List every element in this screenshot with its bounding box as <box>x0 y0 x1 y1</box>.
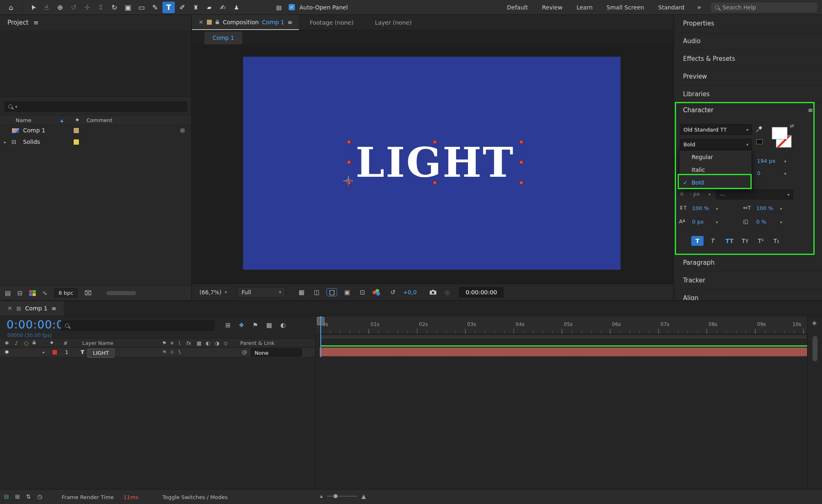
close-icon[interactable]: ✕ <box>199 19 204 25</box>
selection-handle[interactable] <box>519 160 523 164</box>
layer-name[interactable]: LIGHT <box>88 349 114 357</box>
layer-visibility-eye-icon[interactable]: ◉ <box>5 349 9 354</box>
eyedropper-icon[interactable] <box>755 126 762 133</box>
panel-effects-presets[interactable]: Effects & Presets <box>674 50 822 68</box>
comp-marker-button[interactable]: ◈ <box>812 319 817 326</box>
viewer-menu-icon[interactable]: ≡ <box>287 19 292 25</box>
swap-fill-stroke-icon[interactable]: ⇄ <box>790 123 794 129</box>
timeline-search-input[interactable] <box>72 322 211 329</box>
help-search-box[interactable] <box>711 2 817 12</box>
composition-canvas[interactable]: LIGHT <box>243 57 621 270</box>
close-icon[interactable]: ✕ <box>7 305 12 312</box>
parent-pick-whip-icon[interactable]: @ <box>242 349 247 355</box>
layer-shy-switch[interactable]: ⚑ <box>162 349 167 355</box>
font-family-select[interactable]: Old Standard TT ▾ <box>680 124 752 135</box>
tsume-value[interactable]: 0 % <box>756 219 766 225</box>
faux-bold-button[interactable]: T <box>691 236 704 246</box>
orbit-camera-tool-icon[interactable]: ↺ <box>67 2 80 13</box>
panel-audio[interactable]: Audio <box>674 32 822 50</box>
canvas-text[interactable]: LIGHT <box>349 142 521 183</box>
column-comment[interactable]: Comment <box>86 117 113 123</box>
resolution-select[interactable]: Full ▾ <box>237 287 285 298</box>
selection-handle[interactable] <box>347 181 351 185</box>
layer-duration-bar[interactable] <box>320 347 807 356</box>
timeline-search-box[interactable] <box>61 320 215 331</box>
layer-expand-chevron-icon[interactable]: ▸ <box>43 350 45 354</box>
timeline-tab-comp1[interactable]: ✕ ▤ Comp 1 ≡ <box>0 301 64 316</box>
column-parent-link[interactable]: Parent & Link <box>240 340 274 346</box>
dolly-camera-tool-icon[interactable]: ⇕ <box>95 2 107 13</box>
region-of-interest-icon[interactable]: □ <box>327 289 337 296</box>
vertical-scale-value[interactable]: 100 % <box>692 205 709 211</box>
frame-blending-icon[interactable]: ▦ <box>266 321 272 329</box>
superscript-button[interactable]: T¹ <box>755 236 767 246</box>
home-icon[interactable]: ⌂ <box>5 2 17 13</box>
selection-handle[interactable] <box>433 140 437 144</box>
panel-properties[interactable]: Properties <box>674 15 822 32</box>
playhead-line[interactable] <box>320 316 321 357</box>
project-item-name[interactable]: Solids <box>23 139 40 145</box>
reset-exposure-icon[interactable]: ↺ <box>388 289 398 296</box>
selection-handle[interactable] <box>519 181 523 185</box>
label-color-chip[interactable] <box>73 127 79 134</box>
tab-composition[interactable]: ✕ Composition Comp 1 ≡ <box>192 15 299 30</box>
layer-row[interactable]: ◉ ▸ 1 T LIGHT ⚑ ✳ ∖ @ None ▾ <box>0 348 315 357</box>
baseline-shift-value[interactable]: 0 px <box>692 219 704 225</box>
transparency-grid-icon[interactable]: ⊡ <box>357 289 367 296</box>
av-pane-toggle-icon[interactable]: ⊟ <box>4 493 9 500</box>
panel-tracker[interactable]: Tracker <box>674 272 822 289</box>
draft-3d-icon[interactable]: ❖ <box>239 321 244 329</box>
project-panel-menu-icon[interactable]: ≡ <box>33 19 39 26</box>
chevron-down-icon[interactable]: ▾ <box>780 206 782 211</box>
type-tool-icon[interactable]: T <box>162 2 175 13</box>
lock-icon[interactable] <box>215 19 220 25</box>
selection-tool-icon[interactable]: ➤ <box>25 0 41 15</box>
label-tag-icon[interactable]: ◆ <box>76 117 79 122</box>
selection-handle[interactable] <box>433 181 437 185</box>
subscript-button[interactable]: T₁ <box>770 236 783 246</box>
chevron-down-icon[interactable]: ▾ <box>784 171 786 176</box>
help-search-input[interactable] <box>722 4 813 11</box>
puppet-pin-tool-icon[interactable]: ♟ <box>230 2 243 13</box>
stroke-style-select[interactable]: — ▾ <box>716 190 793 199</box>
tab-footage[interactable]: Footage (none) <box>299 19 364 26</box>
text-layer-bounding-box[interactable]: LIGHT <box>349 142 521 183</box>
choose-grid-icon[interactable]: ▦ <box>296 289 306 296</box>
show-snapshot-icon[interactable]: ◎ <box>442 289 452 296</box>
eraser-tool-icon[interactable]: ▰ <box>203 2 215 13</box>
expand-chevron-icon[interactable]: ▸ <box>4 140 6 144</box>
workspace-small-screen[interactable]: Small Screen <box>600 4 651 11</box>
rectangle-tool-icon[interactable]: ▭ <box>135 2 148 13</box>
canvas-pasteboard[interactable]: LIGHT <box>192 44 673 284</box>
workspace-standard[interactable]: Standard <box>651 4 692 11</box>
camera-tool-icon[interactable]: ▣ <box>122 2 134 13</box>
layer-collapse-switch[interactable]: ✳ <box>170 349 174 355</box>
fill-color-swatch[interactable] <box>772 127 787 139</box>
show-channel-icon[interactable] <box>373 289 382 296</box>
selection-handle[interactable] <box>519 140 523 144</box>
zoom-slider-knob[interactable] <box>333 494 338 498</box>
interpret-footage-icon[interactable]: ∿ <box>42 289 48 297</box>
horizontal-scale-value[interactable]: 100 % <box>756 205 773 211</box>
menu-item-italic[interactable]: Italic <box>679 163 752 176</box>
zoom-tool-icon[interactable]: ⊕ <box>54 2 66 13</box>
toggle-mask-icon[interactable]: ◫ <box>312 289 322 296</box>
project-search-input[interactable] <box>20 103 183 110</box>
toggle-switches-modes-button[interactable]: Toggle Switches / Modes <box>162 494 228 500</box>
sort-ascending-icon[interactable]: ▲ <box>60 118 63 123</box>
chevron-down-icon[interactable]: ▾ <box>709 192 711 197</box>
rotate-tool-icon[interactable]: ↻ <box>108 2 120 13</box>
horizontal-scrollbar[interactable] <box>107 291 136 295</box>
roto-brush-tool-icon[interactable]: ✍ <box>217 2 229 13</box>
kerning-value[interactable]: 0 <box>757 170 760 176</box>
new-folder-icon[interactable]: ⊟ <box>17 289 23 297</box>
motion-blur-icon[interactable]: ◐ <box>280 321 286 329</box>
chevron-down-icon[interactable]: ▾ <box>716 220 718 224</box>
project-search-box[interactable]: ▾ <box>4 101 187 112</box>
comp-subtab[interactable]: Comp 1 <box>204 32 242 44</box>
chevron-down-icon[interactable]: ▾ <box>716 206 718 211</box>
character-panel-menu-icon[interactable]: ≡ <box>808 106 813 114</box>
title-action-safe-icon[interactable]: ▣ <box>342 289 352 296</box>
mini-flowchart-icon[interactable]: ⊞ <box>225 321 231 329</box>
faux-italic-button[interactable]: T <box>706 236 718 246</box>
